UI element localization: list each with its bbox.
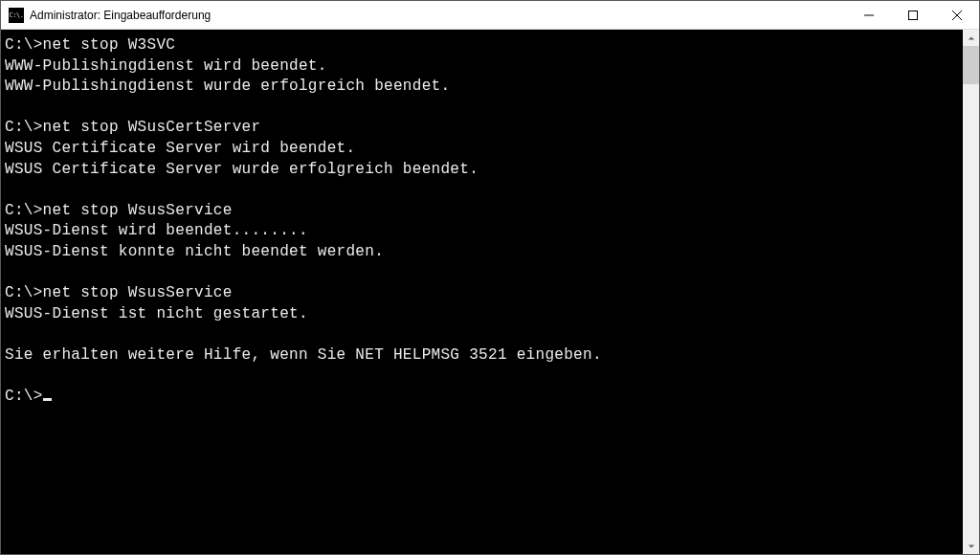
scroll-down-button[interactable] [963, 538, 979, 554]
scrollbar-thumb[interactable] [963, 46, 979, 84]
close-icon [952, 11, 962, 20]
svg-rect-1 [909, 11, 918, 19]
minimize-icon [864, 11, 874, 20]
cmd-window: C:\. Administrator: Eingabeaufforderung … [0, 0, 980, 555]
close-button[interactable] [935, 1, 979, 30]
text-cursor [43, 398, 52, 401]
window-title: Administrator: Eingabeaufforderung [30, 9, 211, 22]
console-area: C:\>net stop W3SVC WWW-Publishingdienst … [1, 30, 979, 554]
scroll-up-button[interactable] [963, 30, 979, 46]
chevron-up-icon [968, 34, 975, 42]
vertical-scrollbar[interactable] [963, 30, 979, 554]
maximize-button[interactable] [891, 1, 935, 30]
titlebar[interactable]: C:\. Administrator: Eingabeaufforderung [1, 1, 979, 30]
chevron-down-icon [968, 543, 975, 550]
console-output[interactable]: C:\>net stop W3SVC WWW-Publishingdienst … [1, 30, 963, 554]
cmd-icon: C:\. [9, 8, 24, 23]
minimize-button[interactable] [847, 1, 891, 30]
scrollbar-track[interactable] [963, 46, 979, 538]
maximize-icon [908, 11, 918, 20]
